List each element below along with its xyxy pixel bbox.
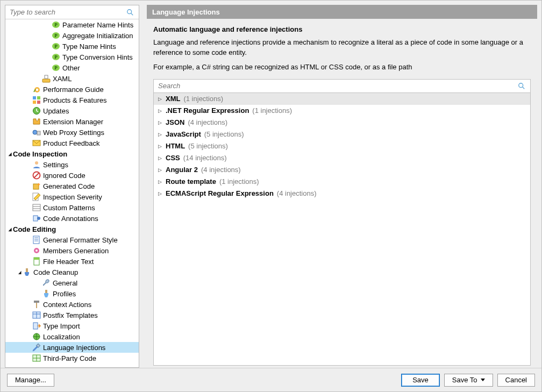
chevron-right-icon[interactable]: ▷ xyxy=(157,132,162,137)
tree-item-agg-init[interactable]: PAggregate Initialization xyxy=(5,30,139,41)
search-icon[interactable] xyxy=(126,8,134,17)
doc-green-icon xyxy=(32,257,41,266)
tree-item-label: General Formatter Style xyxy=(43,236,118,244)
manage-button[interactable]: Manage... xyxy=(7,374,54,387)
tree-item-products-features[interactable]: Products & Features xyxy=(5,95,139,105)
save-to-button[interactable]: Save To xyxy=(444,374,493,387)
tree-item-members-gen[interactable]: Members Generation xyxy=(5,245,139,256)
tree-item-label: Postfix Templates xyxy=(43,311,98,319)
search-icon[interactable] xyxy=(517,82,526,90)
chevron-right-icon[interactable]: ▷ xyxy=(157,155,162,161)
tree-item-custom-patterns[interactable]: Custom Patterns xyxy=(5,202,139,213)
expand-arrow-icon[interactable]: ◢ xyxy=(8,152,13,156)
tree-item-label: Code Annotations xyxy=(43,215,98,223)
tree-item-insp-severity[interactable]: Inspection Severity xyxy=(5,191,139,202)
injection-row-ecmascript-regular-expression[interactable]: ▷ECMAScript Regular Expression(4 injecti… xyxy=(154,188,530,199)
snail-icon xyxy=(32,85,41,94)
box-spark-icon xyxy=(32,182,41,190)
chevron-right-icon[interactable]: ▷ xyxy=(157,144,162,149)
tree-item-postfix-templates[interactable]: Postfix Templates xyxy=(5,310,139,320)
chevron-right-icon[interactable]: ▷ xyxy=(157,191,162,196)
import-icon xyxy=(32,322,41,330)
svg-rect-18 xyxy=(33,101,36,104)
expand-arrow-icon[interactable]: ◢ xyxy=(18,270,23,275)
splitter[interactable] xyxy=(144,5,147,368)
globe2-icon xyxy=(32,332,41,341)
injection-row-javascript[interactable]: ▷JavaScript(5 injections) xyxy=(154,129,530,140)
tree-item-param-hints[interactable]: PParameter Name Hints xyxy=(5,19,139,30)
injection-name: JSON xyxy=(166,118,184,126)
svg-point-39 xyxy=(35,250,38,252)
svg-line-51 xyxy=(33,346,38,351)
tree-item-code-annotations[interactable]: Code Annotations xyxy=(5,213,139,224)
tree-item-label: Other xyxy=(62,64,80,72)
tree-item-ci-settings[interactable]: Settings xyxy=(5,159,139,170)
injection-count: (5 injections) xyxy=(188,142,228,150)
injection-row-route-template[interactable]: ▷Route template(1 injections) xyxy=(154,176,530,188)
chevron-right-icon[interactable]: ▷ xyxy=(157,108,162,113)
tree-item-gen-formatter[interactable]: General Formatter Style xyxy=(5,234,139,245)
injections-list[interactable]: ▷XML(1 injections)▷.NET Regular Expressi… xyxy=(153,93,531,366)
injection-row-angular-2[interactable]: ▷Angular 2(4 injections) xyxy=(154,164,530,176)
cancel-button[interactable]: Cancel xyxy=(497,374,535,387)
tree-item-code-editing[interactable]: ◢Code Editing xyxy=(5,224,139,234)
svg-rect-42 xyxy=(26,268,28,272)
tree-item-label: Profiles xyxy=(53,290,76,298)
svg-point-21 xyxy=(33,130,37,134)
tree-item-language-inj[interactable]: Language Injections xyxy=(5,342,139,353)
tree-item-ext-manager[interactable]: Extension Manager xyxy=(5,116,139,127)
chevron-right-icon[interactable]: ▷ xyxy=(157,96,162,102)
injection-count: (1 injections) xyxy=(252,106,292,115)
injection-row-xml[interactable]: ▷XML(1 injections) xyxy=(154,93,530,105)
svg-rect-29 xyxy=(33,204,40,211)
chevron-right-icon[interactable]: ▷ xyxy=(157,120,162,125)
tree-item-cc-general[interactable]: General xyxy=(5,277,139,288)
panel-subtitle: Automatic language and reference injecti… xyxy=(153,25,531,33)
tree-item-label: Inspection Severity xyxy=(43,193,102,201)
injection-name: JavaScript xyxy=(166,130,201,138)
tree-item-ignored-code[interactable]: Ignored Code xyxy=(5,170,139,181)
tree-item-label: Settings xyxy=(43,161,68,169)
tree-item-file-header[interactable]: File Header Text xyxy=(5,256,139,267)
tree-item-code-cleanup[interactable]: ◢Code Cleanup xyxy=(5,267,139,277)
tree-item-context-actions[interactable]: Context Actions xyxy=(5,299,139,310)
chevron-right-icon[interactable]: ▷ xyxy=(157,167,162,173)
tree-item-third-party[interactable]: Third-Party Code xyxy=(5,353,139,364)
sidebar-search[interactable] xyxy=(5,5,139,19)
tree-item-cc-profiles[interactable]: Profiles xyxy=(5,288,139,299)
tree-item-generated-code[interactable]: Generated Code xyxy=(5,181,139,191)
injection-count: (1 injections) xyxy=(219,177,259,186)
sidebar-search-input[interactable] xyxy=(9,8,126,17)
tree-item-feedback[interactable]: Product Feedback xyxy=(5,138,139,148)
tree-item-updates[interactable]: Updates xyxy=(5,105,139,116)
tree-item-other-hints[interactable]: POther xyxy=(5,62,139,73)
injection-row-css[interactable]: ▷CSS(14 injections) xyxy=(154,152,530,164)
injections-search[interactable] xyxy=(153,79,531,93)
tree-item-label: Type Import xyxy=(43,322,80,330)
injection-row--net-regular-expression[interactable]: ▷.NET Regular Expression(1 injections) xyxy=(154,105,530,117)
chevron-right-icon[interactable]: ▷ xyxy=(157,179,162,184)
tree-item-label: Code Editing xyxy=(13,225,56,233)
save-button[interactable]: Save xyxy=(401,374,440,387)
injections-search-input[interactable] xyxy=(157,81,517,90)
tree-item-label: General xyxy=(53,279,77,287)
tree-item-code-inspection[interactable]: ◢Code Inspection xyxy=(5,148,139,159)
tree-item-type-conv-hints[interactable]: PType Conversion Hints xyxy=(5,52,139,62)
injection-name: XML xyxy=(166,95,180,103)
xaml-icon xyxy=(42,74,51,83)
injection-row-json[interactable]: ▷JSON(4 injections) xyxy=(154,117,530,129)
tree-item-type-name-hints[interactable]: PType Name Hints xyxy=(5,41,139,52)
tree-item-localization[interactable]: Localization xyxy=(5,331,139,342)
settings-tree[interactable]: PParameter Name HintsPAggregate Initiali… xyxy=(5,19,139,367)
expand-arrow-icon[interactable]: ◢ xyxy=(8,227,13,232)
injection-name: Route template xyxy=(166,177,216,186)
svg-text:P: P xyxy=(54,65,58,70)
tree-item-web-proxy[interactable]: Web Proxy Settings xyxy=(5,127,139,138)
tree-item-type-import[interactable]: Type Import xyxy=(5,320,139,331)
injection-name: .NET Regular Expression xyxy=(166,106,249,115)
wrench-icon xyxy=(42,279,51,287)
tree-item-xaml[interactable]: XAML xyxy=(5,73,139,84)
injection-name: CSS xyxy=(166,154,180,162)
tree-item-perf-guide[interactable]: Performance Guide xyxy=(5,84,139,95)
injection-row-html[interactable]: ▷HTML(5 injections) xyxy=(154,140,530,152)
